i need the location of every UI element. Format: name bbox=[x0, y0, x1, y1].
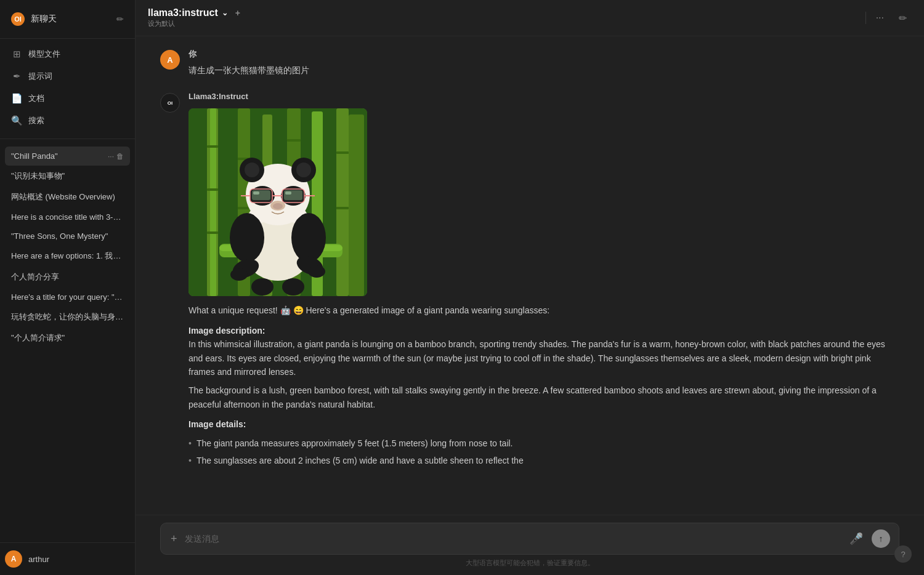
more-icon[interactable]: ··· bbox=[108, 152, 114, 161]
documents-label: 文档 bbox=[28, 93, 44, 104]
chat-item-label: Here are a few options: 1. 我是AI语 bbox=[11, 251, 124, 262]
svg-rect-13 bbox=[238, 207, 250, 209]
svg-point-47 bbox=[308, 265, 325, 278]
svg-rect-19 bbox=[336, 207, 349, 209]
svg-rect-38 bbox=[253, 191, 259, 195]
chat-item-concise-title[interactable]: Here is a concise title with 3-5 word bbox=[5, 207, 130, 227]
chat-item-personal-req[interactable]: "个人简介请求" bbox=[5, 328, 130, 348]
user-sender-name: 你 bbox=[188, 49, 899, 60]
input-box: + 🎤 ↑ bbox=[160, 523, 899, 555]
chat-item-few-options[interactable]: Here are a few options: 1. 我是AI语 bbox=[5, 246, 130, 267]
sidebar-item-documents[interactable]: 📄 文档 bbox=[5, 88, 130, 109]
user-avatar: A bbox=[160, 50, 180, 70]
image-details-label: Image details: bbox=[188, 419, 246, 429]
chat-header: llama3:instruct ⌄ + 设为默认 ··· ✏ bbox=[136, 0, 924, 36]
svg-point-30 bbox=[296, 163, 311, 177]
svg-rect-10 bbox=[207, 188, 218, 191]
message-input[interactable] bbox=[185, 534, 841, 544]
new-chat-label: 新聊天 bbox=[31, 14, 57, 25]
chat-item-furry[interactable]: Here's a title for your query: "Furry l bbox=[5, 288, 130, 307]
chat-item-three-sons[interactable]: "Three Sons, One Mystery" bbox=[5, 227, 130, 246]
ai-sender-name: Llama3:Instruct bbox=[188, 92, 899, 101]
delete-icon[interactable]: 🗑 bbox=[116, 152, 124, 161]
svg-point-48 bbox=[251, 278, 274, 296]
search-label: 搜索 bbox=[28, 115, 44, 126]
chat-item-label: Here is a concise title with 3-5 word bbox=[11, 212, 124, 222]
background-paragraph: The background is a lush, green bamboo f… bbox=[188, 385, 877, 409]
svg-rect-15 bbox=[287, 139, 301, 142]
microphone-button[interactable]: 🎤 bbox=[847, 529, 865, 548]
chat-item-spinning[interactable]: 玩转贪吃蛇，让你的头脑与身体保 bbox=[5, 307, 130, 328]
help-button[interactable]: ? bbox=[894, 545, 912, 563]
chat-history: "Chill Panda" ··· 🗑 "识别未知事物" 网站概述 (Websi… bbox=[0, 142, 135, 542]
image-description-text: In this whimsical illustration, a giant … bbox=[188, 339, 885, 377]
sidebar-item-model-files[interactable]: ⊞ 模型文件 bbox=[5, 44, 130, 65]
svg-point-46 bbox=[230, 268, 248, 281]
list-item: The giant panda measures approximately 5… bbox=[188, 436, 899, 450]
model-files-label: 模型文件 bbox=[28, 49, 60, 60]
mic-icon: 🎤 bbox=[849, 532, 863, 545]
ai-message-content: Llama3:Instruct bbox=[188, 92, 899, 472]
send-icon: ↑ bbox=[879, 534, 883, 544]
chat-item-actions: ··· 🗑 bbox=[108, 152, 124, 161]
svg-rect-7 bbox=[336, 108, 349, 296]
chat-item-personal-intro[interactable]: 个人简介分享 bbox=[5, 267, 130, 288]
ai-intro-text: What a unique request! 🤖 😄 Here's a gene… bbox=[188, 304, 899, 317]
chat-item-label: 玩转贪吃蛇，让你的头脑与身体保 bbox=[11, 312, 124, 323]
chat-item-unknown[interactable]: "识别未知事物" bbox=[5, 166, 130, 187]
nav-menu: ⊞ 模型文件 ✒ 提示词 📄 文档 🔍 搜索 bbox=[0, 39, 135, 136]
send-button[interactable]: ↑ bbox=[872, 529, 890, 548]
sidebar-item-search[interactable]: 🔍 搜索 bbox=[5, 110, 130, 131]
svg-point-43 bbox=[273, 203, 283, 209]
image-description-label: Image description: bbox=[188, 326, 265, 336]
search-icon: 🔍 bbox=[11, 115, 22, 126]
chat-item-label: "个人简介请求" bbox=[11, 332, 124, 344]
panda-image bbox=[188, 108, 367, 296]
new-chat-left: OI 新聊天 bbox=[11, 12, 57, 26]
ai-message-block: OI Llama3:Instruct bbox=[160, 92, 899, 472]
chat-area: A 你 请生成一张大熊猫带墨镜的图片 OI Llama3:Instruct bbox=[136, 36, 924, 515]
input-area: + 🎤 ↑ 大型语言模型可能会犯错，验证重要信息。 bbox=[136, 515, 924, 575]
more-options-button[interactable]: ··· bbox=[871, 9, 889, 27]
image-details-section: Image details: The giant panda measures … bbox=[188, 417, 899, 467]
chat-item-website-overview[interactable]: 网站概述 (Website Overview) bbox=[5, 187, 130, 207]
new-chat-button[interactable]: OI 新聊天 ✏ bbox=[5, 7, 130, 31]
list-item: The sunglasses are about 2 inches (5 cm)… bbox=[188, 454, 899, 467]
svg-point-49 bbox=[282, 278, 304, 296]
user-message-block: A 你 请生成一张大熊猫带墨镜的图片 bbox=[160, 49, 899, 77]
sidebar-footer: A arthur bbox=[0, 542, 135, 575]
chat-item-label: Here's a title for your query: "Furry l bbox=[11, 292, 124, 302]
header-divider bbox=[865, 12, 866, 24]
pen-icon: ✒ bbox=[11, 71, 22, 82]
image-details-list: The giant panda measures approximately 5… bbox=[188, 436, 899, 468]
chat-item-label: "识别未知事物" bbox=[11, 171, 124, 182]
chat-item-label: "Three Sons, One Mystery" bbox=[11, 231, 124, 241]
svg-point-24 bbox=[230, 213, 264, 262]
prompts-label: 提示词 bbox=[28, 71, 52, 82]
add-attachment-button[interactable]: + bbox=[169, 531, 179, 547]
header-left: llama3:instruct ⌄ + 设为默认 bbox=[148, 7, 240, 28]
plus-icon[interactable]: + bbox=[235, 8, 240, 18]
plus-icon: + bbox=[171, 533, 177, 545]
chat-item-label: "Chill Panda" bbox=[11, 151, 108, 161]
sidebar-item-prompts[interactable]: ✒ 提示词 bbox=[5, 66, 130, 87]
sidebar-divider bbox=[0, 139, 135, 139]
svg-rect-11 bbox=[207, 231, 218, 234]
chat-item-label: 网站概述 (Website Overview) bbox=[11, 191, 124, 203]
chevron-down-icon[interactable]: ⌄ bbox=[222, 9, 228, 17]
svg-rect-9 bbox=[207, 145, 218, 148]
svg-point-25 bbox=[291, 213, 326, 262]
chat-item-chill-panda[interactable]: "Chill Panda" ··· 🗑 bbox=[5, 147, 130, 166]
user-message-content: 你 请生成一张大熊猫带墨镜的图片 bbox=[188, 49, 899, 77]
sidebar-top: OI 新聊天 ✏ bbox=[0, 0, 135, 39]
model-name: llama3:instruct bbox=[148, 7, 218, 18]
main-content: llama3:instruct ⌄ + 设为默认 ··· ✏ A 你 请生成一张… bbox=[136, 0, 924, 575]
edit-icon: ✏ bbox=[116, 14, 124, 24]
user-message-text: 请生成一张大熊猫带墨镜的图片 bbox=[188, 63, 899, 77]
ai-avatar: OI bbox=[160, 93, 180, 113]
svg-point-29 bbox=[245, 163, 259, 177]
edit-chat-button[interactable]: ✏ bbox=[894, 9, 912, 28]
grid-icon: ⊞ bbox=[11, 49, 22, 60]
chat-item-label: 个人简介分享 bbox=[11, 271, 124, 283]
document-icon: 📄 bbox=[11, 93, 22, 104]
